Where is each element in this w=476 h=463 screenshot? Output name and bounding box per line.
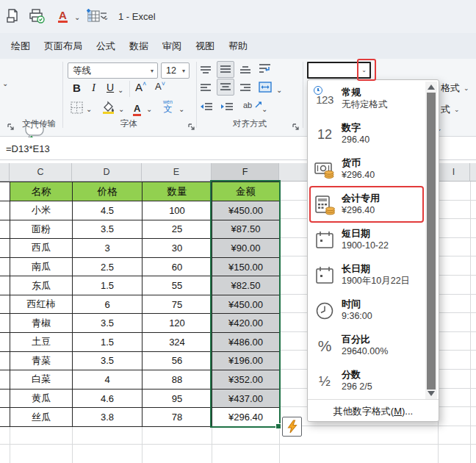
tab-review[interactable]: 审阅 <box>162 40 181 53</box>
cell[interactable]: 3.5 <box>73 220 143 240</box>
italic-button[interactable]: I <box>92 82 95 94</box>
cell[interactable]: 6 <box>73 295 143 315</box>
cell[interactable]: 120 <box>143 314 212 333</box>
fill-color-dropdown-icon[interactable]: ⌄ <box>118 105 124 113</box>
clipboard-dropdown-icon[interactable]: ⌄ <box>2 79 8 87</box>
font-name-dropdown-icon[interactable]: ▾ <box>147 68 157 74</box>
wrap-text-icon[interactable] <box>259 63 271 77</box>
cell-selected[interactable]: ¥150.00 <box>212 258 280 277</box>
underline-button[interactable]: U <box>107 82 114 93</box>
ribbon-font-color-icon[interactable]: A <box>133 101 141 115</box>
more-number-formats-item[interactable]: 其他数字格式(M)... <box>308 401 439 421</box>
column-header-e[interactable]: E <box>142 163 212 182</box>
increase-indent-icon[interactable] <box>220 101 234 115</box>
cell[interactable]: 4 <box>73 370 143 390</box>
phonetic-dropdown-icon[interactable]: ⌄ <box>178 105 184 113</box>
align-right-icon[interactable] <box>240 82 250 96</box>
cell-selected[interactable]: ¥196.00 <box>212 352 280 371</box>
header-cell-amount[interactable]: 金额 <box>212 182 280 201</box>
shrink-font-button[interactable]: A˅ <box>155 81 165 92</box>
dropdown-scrollbar[interactable] <box>425 82 437 399</box>
number-format-dropdown-icon[interactable]: ⌄ <box>358 67 369 73</box>
merge-dropdown-icon[interactable]: ⌄ <box>276 86 282 94</box>
format-option-short-date[interactable]: 短日期 1900-10-22 <box>308 223 425 258</box>
header-cell-price[interactable]: 价格 <box>73 182 143 201</box>
cell[interactable]: 1.5 <box>73 276 143 295</box>
orientation-dropdown-icon[interactable]: ⌄ <box>262 105 267 113</box>
merge-center-icon[interactable] <box>259 82 272 96</box>
cell[interactable]: 3 <box>73 239 143 258</box>
orientation-icon[interactable]: ab <box>243 101 262 110</box>
print-preview-icon[interactable] <box>6 9 20 24</box>
align-top-icon[interactable] <box>201 65 211 78</box>
cell-selected[interactable]: ¥90.00 <box>212 239 280 258</box>
cell[interactable]: 白菜 <box>10 370 73 390</box>
format-table-icon[interactable] <box>86 9 101 23</box>
format-option-currency[interactable]: 货币 ¥296.40 <box>308 152 425 187</box>
font-size-dropdown-icon[interactable]: ▾ <box>178 68 189 74</box>
format-option-general[interactable]: 123 常规 无特定格式 <box>308 82 425 117</box>
quick-print-icon[interactable] <box>29 9 45 24</box>
cell-styles-button-partial[interactable]: 式 ⌄ <box>441 103 460 116</box>
fill-color-icon[interactable] <box>102 101 115 117</box>
tab-help[interactable]: 帮助 <box>228 40 248 53</box>
decrease-indent-icon[interactable] <box>200 101 213 115</box>
cell-selected[interactable]: ¥450.00 <box>212 201 280 220</box>
align-center-button[interactable] <box>217 79 234 96</box>
borders-icon[interactable] <box>71 101 83 117</box>
cell-selected[interactable]: ¥450.00 <box>212 295 280 315</box>
column-header-f-selected[interactable]: F <box>212 163 279 182</box>
font-name-combo[interactable]: 等线 ▾ <box>68 62 158 79</box>
cell[interactable]: 东瓜 <box>10 276 73 295</box>
underline-dropdown-icon[interactable]: ⌄ <box>118 86 123 94</box>
format-option-long-date[interactable]: 长日期 1900年10月22日 <box>308 258 425 293</box>
bold-button[interactable]: B <box>73 82 81 94</box>
cell[interactable]: 4.5 <box>73 201 143 220</box>
cell[interactable]: 黄瓜 <box>10 390 73 409</box>
column-header-c[interactable]: C <box>10 163 72 182</box>
cell[interactable]: 60 <box>143 258 212 277</box>
cell[interactable]: 小米 <box>10 201 73 220</box>
column-header-j[interactable] <box>470 163 476 182</box>
cell[interactable]: 25 <box>143 220 212 240</box>
active-cell-f13[interactable]: ¥296.40 <box>212 408 280 427</box>
cell[interactable]: 青菜 <box>10 352 73 371</box>
clipboard-dialog-launcher-icon[interactable] <box>7 121 15 129</box>
cell-selected[interactable]: ¥420.00 <box>212 314 280 333</box>
header-cell-qty[interactable]: 数量 <box>143 182 212 201</box>
cell[interactable]: 西红柿 <box>10 295 73 315</box>
cell[interactable]: 56 <box>143 352 212 371</box>
tab-data[interactable]: 数据 <box>129 40 148 53</box>
cell[interactable]: 95 <box>143 390 212 409</box>
cell[interactable]: 30 <box>143 239 212 258</box>
cell[interactable]: 面粉 <box>10 220 73 240</box>
cell[interactable]: 100 <box>143 201 212 220</box>
cell[interactable]: 2.5 <box>73 258 143 277</box>
tab-page-layout[interactable]: 页面布局 <box>44 40 82 53</box>
cell[interactable]: 南瓜 <box>10 258 73 277</box>
scroll-up-icon[interactable] <box>428 85 435 90</box>
cell[interactable]: 78 <box>143 408 212 427</box>
tab-draw[interactable]: 绘图 <box>11 40 30 53</box>
cell[interactable]: 3.5 <box>73 352 143 371</box>
column-header-b[interactable] <box>0 163 10 182</box>
borders-dropdown-icon[interactable]: ⌄ <box>86 105 92 113</box>
ribbon-font-color-dropdown-icon[interactable]: ⌄ <box>146 105 152 113</box>
format-option-time[interactable]: 时间 9:36:00 <box>308 293 425 329</box>
format-option-number[interactable]: 12 数字 296.40 <box>308 117 425 152</box>
cell-selected[interactable]: ¥437.00 <box>212 390 280 409</box>
cell[interactable]: 55 <box>143 276 212 295</box>
customize-toolbar-icon[interactable] <box>99 12 108 21</box>
phonetic-guide-icon[interactable]: wén 文 <box>163 99 173 113</box>
grow-font-button[interactable]: A˄ <box>135 81 146 93</box>
cell[interactable]: 3.8 <box>73 408 143 427</box>
fill-handle[interactable] <box>275 423 281 429</box>
tab-view[interactable]: 视图 <box>195 40 214 53</box>
align-left-icon[interactable] <box>201 82 211 96</box>
cell[interactable]: 324 <box>143 333 212 352</box>
cell[interactable]: 75 <box>143 295 212 315</box>
cell[interactable]: 青椒 <box>10 314 73 333</box>
quick-analysis-button[interactable] <box>282 417 302 437</box>
cell-selected[interactable]: ¥82.50 <box>212 276 280 295</box>
font-dialog-launcher-icon[interactable] <box>187 121 195 129</box>
